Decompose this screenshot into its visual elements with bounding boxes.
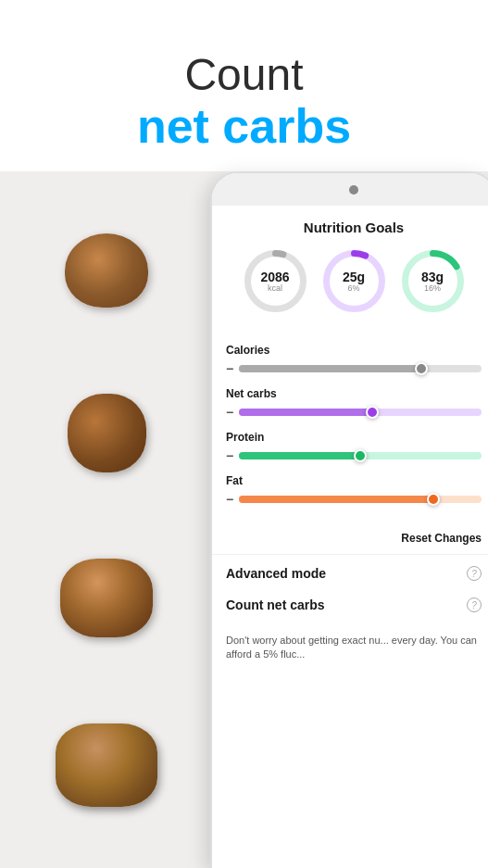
options-section: Advanced mode ? Count net carbs ? — [212, 555, 488, 612]
sliders-section: Calories − Net carbs − — [212, 339, 488, 527]
advanced-mode-row: Advanced mode ? — [226, 566, 482, 581]
reset-row: Reset Changes — [212, 527, 488, 555]
calories-slider-label: Calories — [226, 344, 482, 357]
fat-slider-container: − — [226, 492, 482, 507]
netcarbs-slider-container: − — [226, 405, 482, 420]
phone-content: Nutrition Goals 2086 kcal — [212, 206, 488, 868]
count-netcarbs-label: Count net carbs — [226, 598, 461, 612]
calories-circle: 2086 kcal — [241, 246, 310, 316]
calories-value: 2086 — [260, 270, 289, 283]
netcarbs-value: 25g — [343, 270, 365, 283]
netcarbs-circle: 25g 6% — [319, 246, 389, 316]
title-netcarbs: net carbs — [137, 100, 351, 153]
walnut-3 — [60, 559, 153, 637]
fat-slider-row: Fat − — [226, 474, 482, 507]
protein-slider-container: − — [226, 448, 482, 463]
protein-slider-row: Protein − — [226, 431, 482, 463]
phone-notch — [212, 173, 488, 206]
netcarbs-slider-row: Net carbs − — [226, 387, 482, 420]
fat-thumb[interactable] — [427, 493, 440, 506]
reset-button[interactable]: Reset Changes — [401, 532, 482, 545]
calories-unit: kcal — [260, 283, 289, 293]
netcarbs-slider-label: Net carbs — [226, 387, 482, 400]
protein-slider-label: Protein — [226, 431, 482, 444]
description-text: Don't worry about getting exact nu... ev… — [212, 629, 488, 672]
netcarbs-track[interactable] — [239, 409, 482, 416]
count-netcarbs-help-icon[interactable]: ? — [467, 598, 482, 612]
calories-slider-row: Calories − — [226, 344, 482, 376]
fat-slider-label: Fat — [226, 474, 482, 487]
protein-thumb[interactable] — [354, 449, 367, 462]
protein-circle: 83g 16% — [398, 246, 468, 316]
phone-mockup: Nutrition Goals 2086 kcal — [210, 171, 488, 868]
protein-minus[interactable]: − — [226, 448, 233, 463]
protein-pct: 16% — [421, 283, 444, 293]
title-count: Count — [184, 51, 303, 100]
advanced-mode-label: Advanced mode — [226, 566, 461, 581]
fat-minus[interactable]: − — [226, 492, 233, 507]
goals-circles: 2086 kcal 25g 6% — [226, 246, 482, 316]
netcarbs-thumb[interactable] — [366, 406, 379, 419]
advanced-mode-help-icon[interactable]: ? — [467, 566, 482, 581]
protein-circle-inner: 83g 16% — [421, 270, 444, 293]
protein-track[interactable] — [239, 452, 482, 459]
protein-value: 83g — [421, 270, 444, 283]
calories-thumb[interactable] — [415, 362, 428, 375]
calories-minus[interactable]: − — [226, 361, 233, 376]
fat-fill — [239, 496, 432, 503]
protein-fill — [239, 452, 360, 459]
header-section: Count net carbs — [0, 0, 488, 185]
netcarbs-pct: 6% — [343, 283, 365, 293]
nutrition-goals-section: Nutrition Goals 2086 kcal — [212, 206, 488, 339]
netcarbs-minus[interactable]: − — [226, 405, 233, 420]
walnut-2 — [68, 394, 146, 472]
calories-circle-inner: 2086 kcal — [260, 270, 289, 293]
fat-track[interactable] — [239, 496, 482, 503]
netcarbs-circle-inner: 25g 6% — [343, 270, 365, 293]
netcarbs-fill — [239, 409, 372, 416]
walnut-1 — [65, 233, 148, 308]
walnut-4 — [56, 723, 157, 807]
nutrition-goals-title: Nutrition Goals — [226, 220, 482, 235]
calories-slider-container: − — [226, 361, 482, 376]
phone-camera — [349, 185, 358, 195]
walnuts-area — [0, 171, 213, 868]
count-netcarbs-row: Count net carbs ? — [226, 598, 482, 612]
calories-track[interactable] — [239, 365, 482, 372]
calories-fill — [239, 365, 420, 372]
